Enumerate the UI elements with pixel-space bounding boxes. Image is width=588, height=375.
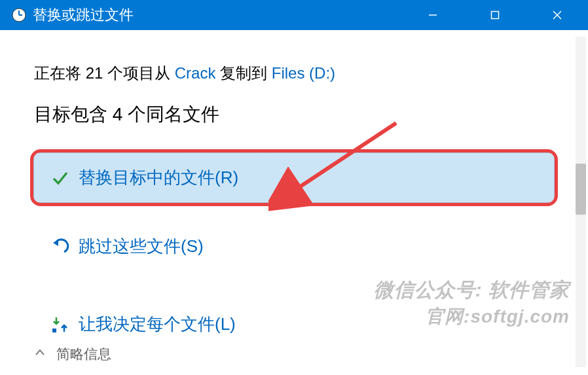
- checkmark-icon: [48, 169, 72, 187]
- svg-marker-7: [53, 240, 58, 246]
- copy-mid: 复制到: [215, 64, 271, 82]
- maximize-button[interactable]: [464, 0, 526, 30]
- skip-option-label: 跳过这些文件(S): [79, 235, 204, 258]
- minimize-button[interactable]: [401, 0, 464, 30]
- copy-prefix: 正在将 21 个项目从: [34, 64, 175, 82]
- source-folder-link[interactable]: Crack: [175, 64, 216, 82]
- dest-folder-link[interactable]: Files (D:): [272, 64, 335, 82]
- decide-option-label: 让我决定每个文件(L): [79, 313, 236, 336]
- copy-status-line: 正在将 21 个项目从 Crack 复制到 Files (D:): [34, 63, 554, 84]
- details-toggle[interactable]: 简略信息: [34, 345, 111, 363]
- conflict-heading: 目标包含 4 个同名文件: [34, 102, 554, 127]
- options-list: 替换目标中的文件(R) 跳过这些文件(S) 让我决定每个文件(L): [34, 153, 554, 375]
- details-label: 简略信息: [56, 345, 111, 363]
- window-controls: [401, 0, 588, 30]
- decide-each-file-option[interactable]: 让我决定每个文件(L): [34, 300, 554, 349]
- replace-option-label: 替换目标中的文件(R): [79, 166, 238, 189]
- replace-files-option[interactable]: 替换目标中的文件(R): [34, 153, 554, 202]
- clock-icon: [12, 8, 26, 22]
- svg-rect-4: [491, 12, 498, 19]
- undo-icon: [48, 238, 72, 256]
- titlebar: 替换或跳过文件: [0, 0, 588, 30]
- close-button[interactable]: [526, 0, 588, 30]
- window-title: 替换或跳过文件: [33, 5, 401, 25]
- svg-rect-8: [52, 329, 56, 332]
- chevron-up-icon: [34, 347, 46, 361]
- compare-icon: [48, 315, 72, 334]
- skip-files-option[interactable]: 跳过这些文件(S): [34, 222, 554, 271]
- dialog-content: 正在将 21 个项目从 Crack 复制到 Files (D:) 目标包含 4 …: [0, 30, 588, 375]
- scrollbar-thumb[interactable]: [576, 164, 586, 215]
